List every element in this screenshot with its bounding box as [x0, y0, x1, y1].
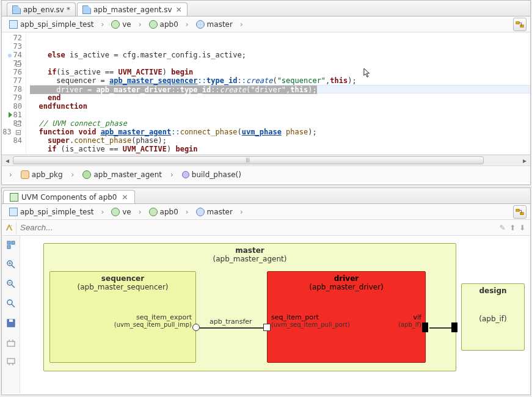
new-search-button[interactable]	[2, 221, 16, 235]
save-button[interactable]	[5, 318, 16, 329]
zoom-out-button[interactable]	[5, 279, 16, 290]
sv-file-icon	[12, 5, 21, 14]
diagram-toolbar	[2, 236, 20, 393]
svg-rect-7	[7, 246, 10, 249]
svg-rect-20	[7, 359, 15, 363]
svg-point-15	[7, 300, 12, 305]
block-title: sequencer	[50, 272, 195, 283]
block-title: driver	[268, 272, 425, 283]
block-subtitle: (apb_if)	[462, 315, 524, 326]
svg-rect-2	[516, 209, 519, 211]
block-design[interactable]: design (apb_if)	[461, 283, 525, 351]
uvm-icon	[10, 193, 18, 202]
code-area[interactable]: 727374 75767778798081 8283 84 else is_ac…	[2, 32, 530, 155]
breadcrumb-master[interactable]: master	[192, 204, 236, 219]
scroll-left-button[interactable]: ◂	[2, 155, 13, 166]
prev-result-icon[interactable]: ⬆	[509, 224, 516, 232]
zoom-in-button[interactable]	[5, 259, 16, 270]
chevron-right-icon: ›	[68, 170, 78, 179]
chevron-right-icon: ›	[5, 170, 16, 179]
breadcrumb-master[interactable]: master	[192, 16, 236, 32]
port-vif: vif (apb_if)	[398, 313, 421, 328]
port-pin-master-vif	[454, 322, 457, 332]
diagram-canvas[interactable]: master (apb_master_agent) sequencer (apb…	[20, 236, 530, 393]
connection-label: apb_transfer	[210, 318, 252, 326]
block-sequencer[interactable]: sequencer (apb_master_sequencer) seq_ite…	[49, 271, 196, 363]
zoom-fit-button[interactable]	[5, 298, 16, 309]
tab-apb-master-agent[interactable]: apb_master_agent.sv ✕	[77, 2, 188, 16]
block-driver[interactable]: driver (apb_master_driver) seq_item_port…	[267, 271, 426, 363]
component-icon	[111, 20, 120, 29]
chevron-right-icon: ›	[167, 170, 177, 179]
collapse-button[interactable]	[5, 357, 16, 368]
port-seq-item-port: seq_item_port (uvm_seq_item_pull_port)	[271, 313, 350, 328]
chevron-right-icon: ›	[135, 20, 145, 29]
scroll-thumb[interactable]	[13, 156, 484, 164]
block-title: master	[44, 244, 456, 255]
svg-rect-0	[516, 21, 519, 24]
gutter[interactable]: 727374 75767778798081 8283 84	[2, 32, 26, 155]
next-result-icon[interactable]: ⬇	[519, 224, 525, 232]
breadcrumb-apb0[interactable]: apb0	[145, 16, 182, 32]
svg-rect-6	[12, 241, 15, 244]
tab-label: apb_master_agent.sv	[93, 5, 172, 14]
close-icon[interactable]: ✕	[176, 5, 182, 14]
close-icon[interactable]: ✕	[122, 193, 128, 202]
chevron-right-icon: ›	[236, 20, 247, 29]
block-subtitle: (apb_master_driver)	[268, 283, 425, 294]
breadcrumb-test[interactable]: apb_spi_simple_test	[5, 204, 97, 219]
svg-rect-19	[7, 341, 15, 346]
port-pin-vif	[425, 322, 428, 332]
breadcrumb-ve[interactable]: ve	[107, 16, 134, 32]
outline-pkg[interactable]: apb_pkg	[16, 170, 68, 179]
component-icon	[196, 20, 205, 29]
editor-tab-bar: apb_env.sv * apb_master_agent.sv ✕	[2, 1, 530, 16]
breadcrumb-apb0[interactable]: apb0	[145, 204, 182, 219]
chevron-right-icon: ›	[182, 208, 192, 216]
code-editor-pane: apb_env.sv * apb_master_agent.sv ✕ apb_s…	[1, 0, 531, 185]
block-subtitle: (apb_master_agent)	[44, 255, 456, 266]
search-input[interactable]	[16, 222, 495, 234]
connection-seq-drv	[200, 327, 263, 329]
select-layout-button[interactable]	[5, 239, 16, 250]
svg-rect-5	[7, 241, 10, 244]
tab-label: UVM Components of apb0	[21, 193, 117, 202]
link-with-editor-button[interactable]	[513, 205, 527, 219]
svg-rect-1	[520, 24, 523, 27]
package-icon	[21, 170, 29, 179]
svg-line-13	[12, 285, 15, 288]
chevron-right-icon: ›	[135, 208, 145, 216]
link-icon	[516, 208, 524, 216]
svg-point-4	[10, 225, 12, 226]
breadcrumb-ve[interactable]: ve	[107, 204, 134, 219]
code-body[interactable]: else is_active = cfg.master_config.is_ac…	[26, 32, 530, 155]
diagram-breadcrumb: apb_spi_simple_test › ve › apb0 › master…	[2, 204, 530, 220]
editor-breadcrumb: apb_spi_simple_test › ve › apb0 › master…	[2, 16, 530, 32]
tab-uvm-components[interactable]: UVM Components of apb0 ✕	[3, 190, 135, 203]
scroll-track[interactable]	[13, 155, 519, 166]
outline-class[interactable]: apb_master_agent	[78, 170, 167, 179]
chevron-right-icon: ›	[236, 208, 247, 216]
expand-button[interactable]	[5, 337, 16, 348]
tab-label: apb_env.sv	[23, 5, 64, 14]
component-icon	[196, 208, 205, 216]
diagram-body: master (apb_master_agent) sequencer (apb…	[2, 236, 530, 393]
outline-function[interactable]: build_phase()	[177, 170, 246, 179]
block-title: design	[462, 284, 524, 295]
diagram-search-row: ✎ ⬆ ⬇	[2, 220, 530, 236]
dirty-marker: *	[67, 5, 70, 14]
link-icon	[516, 20, 524, 29]
port-seq-item-export: seq_item_export (uvm_seq_item_pull_imp)	[114, 313, 192, 328]
breadcrumb-test[interactable]: apb_spi_simple_test	[5, 16, 97, 32]
diagram-tab-bar: UVM Components of apb0 ✕	[2, 188, 530, 204]
scroll-right-button[interactable]: ▸	[519, 155, 530, 166]
clear-search-icon[interactable]: ✎	[500, 224, 506, 232]
component-icon	[111, 208, 120, 216]
component-icon	[149, 208, 158, 216]
link-with-editor-button[interactable]	[513, 18, 527, 31]
horizontal-scrollbar[interactable]: ◂ ▸	[2, 155, 530, 166]
function-icon	[182, 171, 189, 178]
tab-apb-env[interactable]: apb_env.sv *	[7, 2, 76, 16]
search-nav: ✎ ⬆ ⬇	[495, 224, 530, 232]
file-icon	[9, 208, 18, 216]
